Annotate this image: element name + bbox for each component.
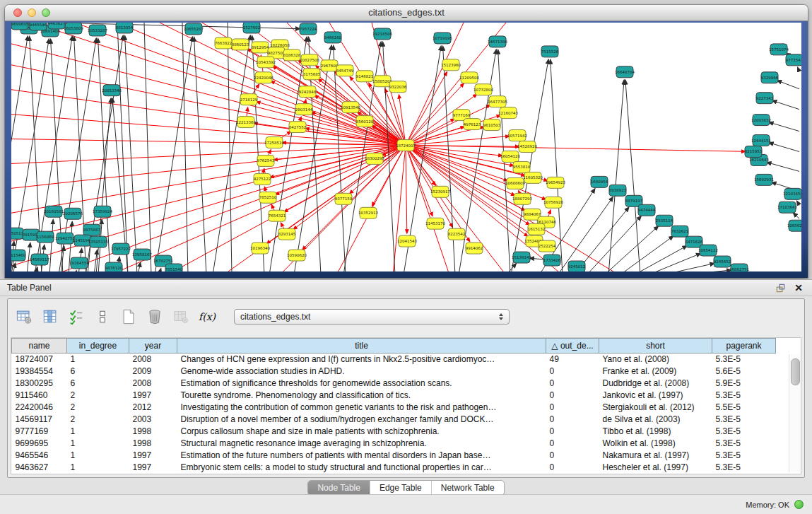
graph-node[interactable]: 16054120: [500, 151, 520, 162]
graph-node[interactable]: 9227343: [756, 93, 774, 104]
graph-node[interactable]: 20853346: [102, 85, 122, 96]
graph-node[interactable]: 7632621: [671, 226, 688, 237]
graph-node[interactable]: 8813054: [116, 23, 134, 33]
table-row[interactable]: 911546021997Tourette syndrome. Phenomeno…: [12, 390, 776, 402]
graph-node[interactable]: 15136141: [512, 252, 531, 263]
float-window-icon[interactable]: [774, 282, 787, 293]
column-header-title[interactable]: title: [177, 339, 546, 354]
delete-table-icon[interactable]: [146, 308, 164, 326]
graph-node[interactable]: 10827508: [300, 54, 319, 66]
graph-node[interactable]: 7663822: [215, 37, 232, 49]
graph-node[interactable]: 14671388: [488, 36, 507, 47]
graph-node[interactable]: 3175685: [303, 69, 321, 80]
graph-node[interactable]: 10719195: [433, 33, 452, 44]
graph-node[interactable]: 4275122: [254, 173, 271, 185]
graph-node[interactable]: 9115460: [11, 250, 26, 261]
graph-node[interactable]: 15230917: [430, 186, 450, 197]
graph-node[interactable]: 9146821: [356, 71, 373, 82]
graph-node[interactable]: 8293145: [278, 228, 296, 240]
graph-node[interactable]: 12160743: [498, 107, 518, 119]
graph-node[interactable]: 7654321: [269, 210, 286, 221]
graph-node[interactable]: 12213369: [236, 117, 256, 128]
window-titlebar[interactable]: citations_edges.txt: [5, 5, 808, 21]
graph-node[interactable]: 9699695: [11, 23, 29, 30]
graph-node[interactable]: 10732804: [473, 84, 493, 95]
graph-node[interactable]: 12041543: [397, 235, 417, 247]
graph-node[interactable]: 16053809: [64, 23, 83, 34]
graph-node[interactable]: 17957222: [111, 243, 131, 255]
graph-node[interactable]: 2935114: [656, 215, 673, 226]
create-table-icon[interactable]: [119, 308, 138, 326]
graph-node[interactable]: 17359924: [93, 206, 112, 217]
column-header-year[interactable]: year: [129, 339, 177, 354]
graph-node[interactable]: 9322036: [389, 81, 407, 93]
tab-edge-table[interactable]: Edge Table: [370, 481, 431, 495]
table-row[interactable]: 2242004622012Investigating the contribut…: [12, 402, 776, 414]
graph-node[interactable]: 16477305: [488, 96, 507, 107]
graph-node[interactable]: 8427552: [289, 122, 306, 133]
graph-node[interactable]: 11209508: [459, 72, 479, 83]
graph-node[interactable]: 10533287: [88, 25, 107, 36]
table-mode-icon[interactable]: [15, 308, 33, 326]
close-panel-icon[interactable]: ✕: [792, 282, 805, 293]
graph-node[interactable]: 9876120: [105, 262, 123, 271]
table-scrollbar[interactable]: [789, 354, 800, 472]
graph-node[interactable]: 12103454: [783, 188, 801, 199]
graph-node[interactable]: 20206576: [63, 208, 83, 219]
graph-node[interactable]: 10688609: [505, 177, 525, 189]
table-row[interactable]: 946362711997Embryonic stem cells: a mode…: [12, 462, 776, 474]
table-row[interactable]: 977716911998Corpus callosum shape and si…: [12, 426, 776, 438]
graph-node[interactable]: 7957224: [300, 23, 317, 35]
graph-node[interactable]: 15692931: [754, 174, 774, 185]
graph-node[interactable]: 11453170: [425, 218, 445, 229]
graph-node[interactable]: 10543392: [256, 57, 276, 68]
graph-node[interactable]: 12093832: [751, 115, 771, 126]
graph-node[interactable]: 19218506: [372, 28, 392, 40]
column-header-pagerank[interactable]: pagerank: [712, 339, 776, 354]
table-row[interactable]: 1456911722003Disruption of a novel membe…: [12, 414, 776, 426]
graph-node[interactable]: 14528920: [517, 141, 537, 153]
graph-node[interactable]: 1615132: [528, 223, 545, 235]
graph-node[interactable]: 8223542: [448, 228, 465, 240]
graph-node[interactable]: 7851540: [165, 264, 183, 271]
graph-node[interactable]: 19384554: [69, 257, 89, 269]
graph-node[interactable]: 16648784: [615, 66, 635, 78]
column-header-short[interactable]: short: [599, 339, 712, 354]
graph-node[interactable]: 9553810: [513, 161, 531, 173]
graph-node[interactable]: 10654112: [698, 245, 718, 256]
graph-node[interactable]: 8466160: [324, 32, 342, 43]
graph-node[interactable]: 9245652: [714, 256, 731, 267]
table-row[interactable]: 1830029562008Estimation of significance …: [12, 378, 776, 390]
function-builder-icon[interactable]: f(x): [198, 308, 216, 326]
graph-node[interactable]: 2803144: [295, 104, 313, 115]
graph-node[interactable]: 9245012: [568, 261, 585, 271]
graph-node[interactable]: 19654923: [546, 177, 565, 188]
graph-node[interactable]: 11605320: [523, 172, 543, 183]
graph-node[interactable]: 18724007: [396, 140, 416, 151]
graph-node[interactable]: 1733426: [543, 255, 561, 266]
row-height-icon[interactable]: [93, 308, 112, 326]
graph-node[interactable]: 1527602: [243, 23, 260, 33]
table-row[interactable]: 969969511998Structural magnetic resonanc…: [12, 438, 776, 450]
graph-node[interactable]: 13958167: [132, 249, 152, 260]
graph-node[interactable]: 14569117: [30, 254, 49, 265]
graph-node[interactable]: 10196340: [250, 243, 270, 254]
graph-node[interactable]: 8938923: [609, 185, 627, 196]
graph-node[interactable]: 9329966: [761, 72, 779, 83]
show-columns-icon[interactable]: [41, 308, 59, 326]
graph-node[interactable]: 15123960: [441, 59, 461, 71]
graph-node[interactable]: 1640954: [591, 176, 608, 187]
graph-node[interactable]: 17258510: [264, 137, 284, 148]
graph-node[interactable]: 13505135: [88, 236, 108, 247]
graph-node[interactable]: 10655287: [184, 23, 204, 35]
graph-node[interactable]: 9242848: [299, 86, 317, 98]
graph-node[interactable]: 8186328: [283, 49, 301, 61]
graph-node[interactable]: 10656243: [787, 220, 801, 231]
graph-node[interactable]: 10352913: [358, 207, 378, 218]
graph-node[interactable]: 9465546: [30, 23, 47, 30]
graph-node[interactable]: 9463627: [48, 23, 66, 29]
graph-node[interactable]: 9762543: [257, 155, 275, 166]
graph-node[interactable]: 9914062: [466, 243, 483, 254]
graph-node[interactable]: 22420046: [254, 72, 273, 83]
graph-node[interactable]: 9773541: [786, 54, 801, 66]
